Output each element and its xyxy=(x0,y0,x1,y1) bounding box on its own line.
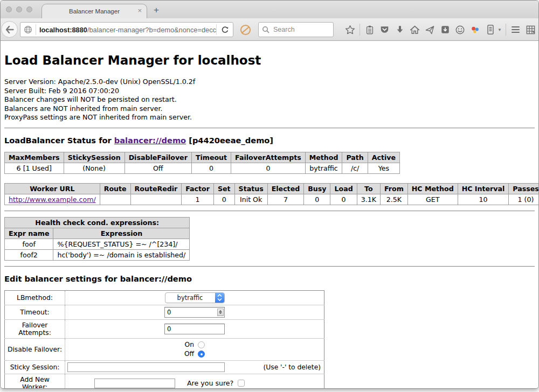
table-header-cell: MaxMembers xyxy=(5,152,64,163)
divider xyxy=(4,211,535,212)
add-worker-row: Add New Worker: Are you sure? xyxy=(5,374,324,389)
send-tab-button[interactable] xyxy=(424,23,436,36)
hc-method-cell: GET xyxy=(407,194,458,205)
passes-cell: 1 (0) xyxy=(509,194,539,205)
downloads-button[interactable] xyxy=(394,23,405,36)
table-header-cell: To xyxy=(357,183,380,194)
busy-cell: 0 xyxy=(304,194,330,205)
table-cell: (None) xyxy=(64,163,125,173)
are-you-sure-checkbox[interactable] xyxy=(238,380,245,387)
search-input[interactable] xyxy=(272,25,330,34)
table-header-cell: Elected xyxy=(267,183,304,194)
star-icon xyxy=(345,25,355,35)
route-cell xyxy=(100,194,130,205)
table-header-cell: StickySession xyxy=(64,152,125,163)
table-header-cell: Busy xyxy=(304,183,330,194)
table-cell: 0 xyxy=(231,163,306,173)
bookmarks-menu-button[interactable] xyxy=(364,23,375,36)
reload-button[interactable] xyxy=(217,26,233,34)
load-cell: 0 xyxy=(330,194,357,205)
minimize-window-button[interactable] xyxy=(16,6,22,12)
tab-title: Balancer Manager xyxy=(69,8,120,15)
status-heading-suffix: [p4420eeae_demo] xyxy=(186,136,273,145)
worker-url-link[interactable]: http://www.example.com/ xyxy=(9,195,96,204)
table-header-cell: Factor xyxy=(182,183,214,194)
set-cell: 0 xyxy=(213,194,234,205)
on-label: On xyxy=(185,341,194,348)
failover-attempts-row: Failover Attempts: xyxy=(5,319,324,338)
server-version-line: Server Version: Apache/2.5.0-dev (Unix) … xyxy=(4,78,535,87)
colorful-extension-button[interactable] xyxy=(469,23,481,36)
status-cell: Init Ok xyxy=(234,194,267,205)
sticky-session-note: (Use '-' to delete) xyxy=(263,363,322,371)
bookmark-star-button[interactable] xyxy=(344,23,356,36)
home-button[interactable] xyxy=(409,23,420,36)
table-header-cell: Method xyxy=(305,152,342,163)
balancer-value-row: 6 [1 Used](None)Off00bytraffic/c/Yes xyxy=(5,163,400,173)
table-cell: Yes xyxy=(368,163,399,173)
table-header-cell: Passes xyxy=(509,183,539,194)
status-heading-prefix: LoadBalancer Status for xyxy=(4,136,114,145)
off-label: Off xyxy=(184,350,194,358)
tab-balancer-manager[interactable]: Balancer Manager × xyxy=(42,4,147,18)
number-spinner-icon[interactable] xyxy=(217,309,224,316)
health-row: foof2 hc('body') =~ /domain is establish… xyxy=(5,249,190,260)
home-icon xyxy=(410,25,420,35)
balancer-demo-link[interactable]: balancer://demo xyxy=(114,136,186,145)
health-row: foof %{REQUEST_STATUS} =~ /^[234]/ xyxy=(5,239,190,249)
table-header-cell: Expr name xyxy=(5,228,53,239)
table-header-cell: FailoverAttempts xyxy=(231,152,306,163)
url-path: /balancer-manager?b=demo&nonce=decc37be-… xyxy=(87,26,216,34)
timeout-input[interactable] xyxy=(164,307,225,318)
notes-icon xyxy=(486,24,495,35)
table-header-cell: HC Interval xyxy=(458,183,509,194)
save-to-device-button[interactable] xyxy=(439,23,451,36)
radio-on[interactable] xyxy=(198,341,205,348)
radio-off[interactable] xyxy=(198,351,205,358)
zoom-window-button[interactable] xyxy=(26,6,32,12)
failover-attempts-input[interactable] xyxy=(164,324,225,334)
search-bar[interactable] xyxy=(258,22,334,37)
url-bar[interactable]: localhost:8880/balancer-manager?b=demo&n… xyxy=(20,22,233,37)
address-text[interactable]: localhost:8880/balancer-manager?b=demo&n… xyxy=(36,26,216,34)
navigation-toolbar: localhost:8880/balancer-manager?b=demo&n… xyxy=(1,18,538,41)
new-tab-button[interactable]: + xyxy=(154,4,159,16)
lbmethod-select[interactable]: bytraffic xyxy=(165,292,225,303)
chevron-down-icon[interactable]: ▼ xyxy=(497,27,502,32)
failover-attempts-label: Failover Attempts: xyxy=(5,319,65,338)
close-window-button[interactable] xyxy=(6,6,12,12)
back-button[interactable] xyxy=(1,21,18,38)
health-title-row: Health check cond. expressions: xyxy=(5,217,190,228)
window-controls xyxy=(6,6,32,12)
lbmethod-selected-value: bytraffic xyxy=(165,294,215,302)
are-you-sure-label: Are you sure? xyxy=(187,379,233,387)
table-header-cell: Worker URL xyxy=(5,183,100,194)
add-worker-label: Add New Worker: xyxy=(5,374,65,389)
table-header-cell: Route xyxy=(100,183,130,194)
tiles-button[interactable] xyxy=(525,23,536,36)
site-identity-button[interactable] xyxy=(20,25,36,34)
edit-balancer-heading: Edit balancer settings for balancer://de… xyxy=(4,274,535,283)
notes-panel-button[interactable] xyxy=(485,23,496,36)
reload-icon xyxy=(221,26,229,34)
back-arrow-icon xyxy=(5,26,14,33)
add-worker-input[interactable] xyxy=(94,379,175,388)
pocket-button[interactable] xyxy=(379,23,390,36)
worker-row: http://www.example.com/ 1 0 Init Ok 7 0 … xyxy=(5,194,539,205)
sticky-session-input[interactable] xyxy=(67,362,225,372)
page-title: Load Balancer Manager for localhost xyxy=(4,53,535,67)
elected-cell: 7 xyxy=(267,194,304,205)
content-blocker-button[interactable] xyxy=(239,24,251,36)
toolbar-divider xyxy=(360,24,360,36)
to-cell: 3.1K xyxy=(357,194,380,205)
grid-tiles-icon xyxy=(526,25,536,35)
pocket-icon xyxy=(379,25,390,34)
close-tab-icon[interactable]: × xyxy=(137,6,142,15)
menu-button[interactable] xyxy=(510,23,521,36)
inherit-notice-line: Balancers are NOT inherited from main se… xyxy=(4,104,535,114)
expression-cell: %{REQUEST_STATUS} =~ /^[234]/ xyxy=(53,239,190,249)
forum-button[interactable] xyxy=(454,23,466,36)
table-header-cell: Expression xyxy=(53,228,190,239)
disable-failover-radios: On Off xyxy=(184,340,205,359)
smiley-icon xyxy=(455,25,465,35)
